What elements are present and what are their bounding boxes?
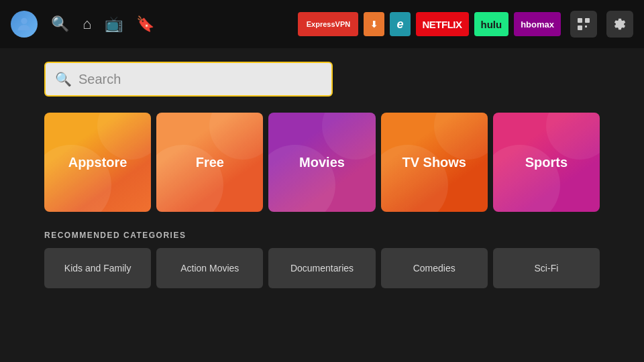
rec-tile-action-movies-label: Action Movies xyxy=(180,263,239,274)
rec-tile-sci-fi-label: Sci-Fi xyxy=(535,263,559,274)
recommended-section: RECOMMENDED CATEGORIES Kids and Family A… xyxy=(44,231,600,288)
rec-tile-documentaries[interactable]: Documentaries xyxy=(268,248,375,288)
expressvpn-app[interactable]: ExpressVPN xyxy=(298,12,358,36)
hulu-app[interactable]: hulu xyxy=(474,12,509,36)
hulu-label: hulu xyxy=(481,19,502,30)
settings-button[interactable] xyxy=(606,11,633,38)
tile-tvshows-label: TV Shows xyxy=(402,155,466,170)
tile-sports[interactable]: Sports xyxy=(493,113,600,212)
tile-free-label: Free xyxy=(196,155,224,170)
main-content: 🔍 Search Appstore Free Movies TV Shows S… xyxy=(0,48,644,302)
svg-rect-1 xyxy=(578,18,582,23)
svg-point-0 xyxy=(21,18,27,24)
expressvpn-label: ExpressVPN xyxy=(307,20,350,28)
netflix-app[interactable]: NETFLIX xyxy=(416,12,469,36)
rec-tile-comedies-label: Comedies xyxy=(413,263,455,274)
tile-sports-label: Sports xyxy=(525,155,568,170)
grid-view-button[interactable] xyxy=(570,11,597,38)
rec-tile-sci-fi[interactable]: Sci-Fi xyxy=(493,248,600,288)
rec-tile-action-movies[interactable]: Action Movies xyxy=(156,248,263,288)
netflix-label: NETFLIX xyxy=(423,19,462,30)
downloader-label: ⬇ xyxy=(370,19,378,29)
tile-movies[interactable]: Movies xyxy=(268,113,375,212)
svg-rect-2 xyxy=(585,18,590,23)
nav-apps: ExpressVPN ⬇ e NETFLIX hulu hbomax xyxy=(298,11,633,38)
recommended-title: RECOMMENDED CATEGORIES xyxy=(44,231,600,240)
hbomax-app[interactable]: hbomax xyxy=(514,12,561,36)
nav-left: 🔍 ⌂ 📺 🔖 xyxy=(11,11,298,38)
cyber-app[interactable]: e xyxy=(390,12,410,36)
rec-tile-kids-family[interactable]: Kids and Family xyxy=(44,248,151,288)
home-icon[interactable]: ⌂ xyxy=(83,15,91,33)
svg-rect-4 xyxy=(585,25,587,27)
svg-rect-3 xyxy=(578,25,582,30)
tile-appstore-label: Appstore xyxy=(68,155,127,170)
search-nav-icon[interactable]: 🔍 xyxy=(51,15,69,33)
hbomax-label: hbomax xyxy=(521,19,554,29)
downloader-app[interactable]: ⬇ xyxy=(364,12,384,36)
tile-tvshows[interactable]: TV Shows xyxy=(381,113,488,212)
category-tiles: Appstore Free Movies TV Shows Sports xyxy=(44,113,600,212)
tile-appstore[interactable]: Appstore xyxy=(44,113,151,212)
top-nav: 🔍 ⌂ 📺 🔖 ExpressVPN ⬇ e NETFLIX hulu hbom… xyxy=(0,0,644,48)
recommended-tiles: Kids and Family Action Movies Documentar… xyxy=(44,248,600,288)
search-placeholder: Search xyxy=(78,72,121,87)
search-icon: 🔍 xyxy=(55,71,72,87)
user-avatar[interactable] xyxy=(11,11,38,38)
tile-free[interactable]: Free xyxy=(156,113,263,212)
bookmark-icon[interactable]: 🔖 xyxy=(136,15,154,33)
cyber-label: e xyxy=(396,17,403,32)
rec-tile-comedies[interactable]: Comedies xyxy=(381,248,488,288)
tv-icon[interactable]: 📺 xyxy=(105,15,123,33)
tile-movies-label: Movies xyxy=(299,155,345,170)
rec-tile-kids-family-label: Kids and Family xyxy=(64,263,131,274)
search-box[interactable]: 🔍 Search xyxy=(44,62,333,97)
rec-tile-documentaries-label: Documentaries xyxy=(290,263,354,274)
